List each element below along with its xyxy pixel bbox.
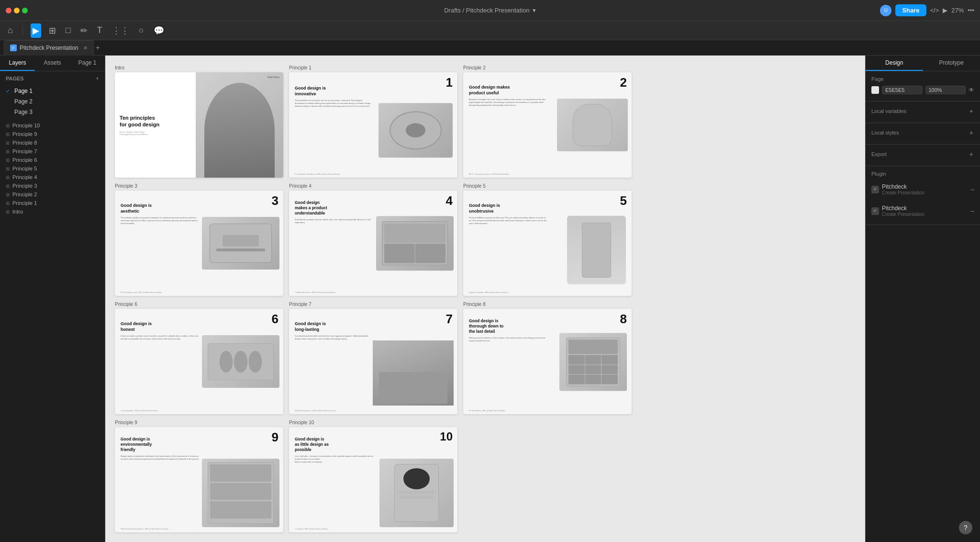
zoom-level[interactable]: 27% <box>951 7 964 14</box>
shape-tool[interactable]: □ <box>64 23 73 37</box>
slide-10-num: 10 <box>440 430 453 443</box>
layer-label-1: Principle 1 <box>12 200 37 206</box>
close-button[interactable] <box>6 8 11 13</box>
local-variables-section: Local variables + <box>866 102 980 123</box>
separator <box>22 26 23 35</box>
new-tab-button[interactable]: + <box>96 44 100 52</box>
frame-icon-5: ⊞ <box>6 166 10 171</box>
component-tool[interactable]: ⋮⋮ <box>110 23 131 38</box>
add-page-button[interactable]: + <box>96 75 99 82</box>
tab-layers[interactable]: Layers <box>0 56 35 71</box>
maximize-button[interactable] <box>22 8 28 13</box>
slide-9-title: Good design isenvironmentallyfriendly <box>121 437 199 452</box>
layer-principle-9[interactable]: ⊞ Principle 9 <box>0 130 105 138</box>
ellipse-tool[interactable]: ○ <box>137 23 146 37</box>
tab-design[interactable]: Design <box>866 56 923 71</box>
active-tab[interactable]: F Pitchdeck Presentation ✕ <box>4 40 94 56</box>
slide-4[interactable]: 4 Good designmakes a productunderstandab… <box>289 191 457 296</box>
avatar-icon: U <box>880 5 891 16</box>
layer-principle-3[interactable]: ⊞ Principle 3 <box>0 181 105 190</box>
slide-5-image <box>567 216 626 284</box>
local-variables-row: Local variables + <box>871 106 974 116</box>
page-color-swatch[interactable] <box>871 86 879 94</box>
breadcrumb-text: Drafts / Pitchdeck Presentation <box>444 7 529 14</box>
slide-wrapper-2: Principle 2 2 Good design makesproduct u… <box>463 65 632 178</box>
layer-principle-7[interactable]: ⊞ Principle 7 <box>0 147 105 156</box>
layer-principle-8[interactable]: ⊞ Principle 8 <box>0 138 105 147</box>
layer-principle-5[interactable]: ⊞ Principle 5 <box>0 164 105 173</box>
page-item-1[interactable]: ✓ Page 1 <box>0 86 105 96</box>
layer-principle-1[interactable]: ⊞ Principle 1 <box>0 199 105 207</box>
help-button[interactable]: ? <box>959 521 972 534</box>
slide-wrapper-8: Principle 8 8 Good design isthorough dow… <box>463 302 632 414</box>
plugin-1-collapse-button[interactable]: − <box>970 186 974 193</box>
slide-4-caption: T 1000 world receiver, 1963, by Dieter R… <box>295 292 335 294</box>
canvas-area[interactable]: Intro Ten principlesfor good design Inte… <box>105 56 865 542</box>
page-item-2[interactable]: Page 2 <box>0 96 105 107</box>
slide-9[interactable]: 9 Good design isenvironmentallyfriendly … <box>115 427 283 532</box>
layer-label-3: Principle 3 <box>12 183 37 189</box>
slide-6-num: 6 <box>272 312 278 327</box>
export-label: Export <box>871 151 966 157</box>
move-tool[interactable]: ▶ <box>31 23 41 38</box>
slide-2-image <box>557 99 628 151</box>
pen-tool[interactable]: ✏ <box>78 23 89 38</box>
layer-principle-10[interactable]: ⊞ Principle 10 <box>0 121 105 130</box>
slide-label-intro: Intro <box>115 65 283 70</box>
slide-3[interactable]: 3 Good design isaesthetic The aesthetic … <box>115 191 283 296</box>
slide-8-image <box>559 333 627 391</box>
page-opacity-input[interactable]: 100% <box>925 86 966 94</box>
plugin-1-name: P Pitchdeck Create Presentation <box>871 183 924 195</box>
local-variables-add-button[interactable]: + <box>969 106 974 116</box>
window-controls <box>6 8 28 13</box>
slide-2[interactable]: 2 Good design makesproduct useful A prod… <box>463 72 632 178</box>
slide-5-num: 5 <box>620 193 627 208</box>
eye-icon[interactable]: 👁 <box>969 87 974 93</box>
plugin-2-collapse-button[interactable]: − <box>970 207 974 215</box>
tab-close-button[interactable]: ✕ <box>83 45 88 51</box>
layer-principle-2[interactable]: ⊞ Principle 2 <box>0 190 105 199</box>
layer-principle-4[interactable]: ⊞ Principle 4 <box>0 173 105 181</box>
slide-10[interactable]: 10 Good design isas little design asposs… <box>289 427 457 532</box>
code-icon[interactable]: </> <box>930 7 939 14</box>
page-color-input[interactable]: E5E5E5 <box>882 86 923 94</box>
export-add-button[interactable]: + <box>969 149 974 159</box>
plugin-2-title: Pitchdeck <box>882 205 924 212</box>
slide-5[interactable]: 5 Good design isunobtrusive Products ful… <box>463 191 632 296</box>
plugin-section: Plugin P Pitchdeck Create Presentation −… <box>866 166 980 225</box>
tab-page[interactable]: Page 1 <box>70 56 105 71</box>
frame-tool[interactable]: ⊞ <box>47 23 58 38</box>
slide-label-7: Principle 7 <box>289 302 457 307</box>
slide-1-num: 1 <box>446 75 453 90</box>
dropdown-icon[interactable]: ▾ <box>533 7 536 14</box>
slide-intro[interactable]: Ten principlesfor good design Interior d… <box>115 72 283 178</box>
slide-6[interactable]: 6 Good design ishonest It does not make … <box>115 309 283 414</box>
slide-8[interactable]: 8 Good design isthorough down tothe last… <box>463 309 632 414</box>
frame-icon-intro: ⊞ <box>6 209 10 215</box>
slide-9-num: 9 <box>272 430 278 445</box>
slide-4-image <box>376 216 454 271</box>
slide-3-image <box>202 217 279 270</box>
local-styles-add-button[interactable]: + <box>969 128 974 137</box>
slide-wrapper-4: Principle 4 4 Good designmakes a product… <box>289 183 457 296</box>
page-item-3[interactable]: Page 3 <box>0 107 105 117</box>
tab-assets[interactable]: Assets <box>35 56 70 71</box>
home-icon[interactable]: ⌂ <box>6 23 15 37</box>
frame-icon-8: ⊞ <box>6 140 10 146</box>
frame-icon-7: ⊞ <box>6 149 10 154</box>
slide-7[interactable]: 7 Good design islong-lasting It avoids b… <box>289 309 457 414</box>
slide-5-caption: Cylindric T Speaker, 1965, by Dieter Ram… <box>469 292 508 294</box>
share-button[interactable]: Share <box>895 4 926 16</box>
minimize-button[interactable] <box>14 8 20 13</box>
layer-principle-6[interactable]: ⊞ Principle 6 <box>0 156 105 164</box>
more-icon[interactable]: ••• <box>968 7 974 14</box>
text-tool[interactable]: T <box>95 23 104 37</box>
slide-wrapper-9: Principle 9 9 Good design isenvironmenta… <box>115 420 283 532</box>
slide-1-title: Good design isinnovative <box>295 86 373 97</box>
play-icon[interactable]: ▶ <box>943 7 947 14</box>
comment-tool[interactable]: 💬 <box>152 23 166 38</box>
slide-1[interactable]: 1 Good design isinnovative The possibili… <box>289 72 457 178</box>
layer-intro[interactable]: ⊞ Intro <box>0 207 105 216</box>
export-section: Export + <box>866 145 980 166</box>
tab-prototype[interactable]: Prototype <box>923 56 980 71</box>
